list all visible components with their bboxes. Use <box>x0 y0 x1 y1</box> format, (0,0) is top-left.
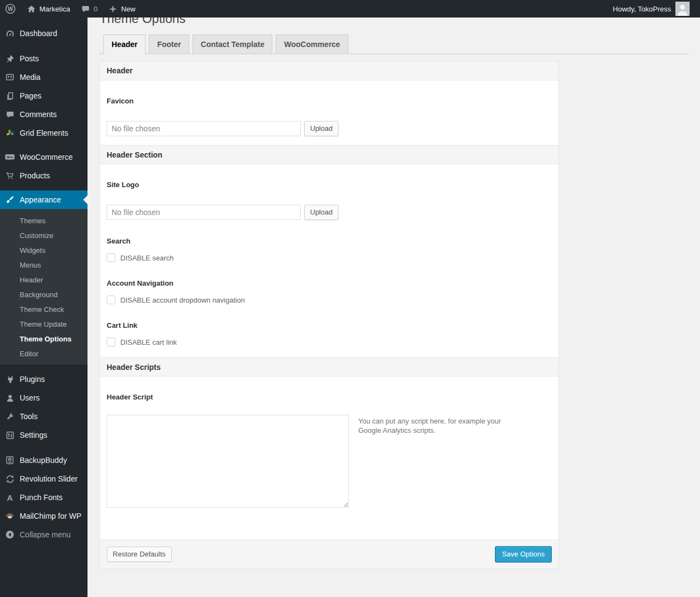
tab-footer[interactable]: Footer <box>149 34 189 54</box>
header-script-help-text: You can put any script here, for example… <box>358 416 525 508</box>
section-header-header: Header <box>100 61 558 80</box>
site-logo-upload-button[interactable]: Upload <box>304 205 339 220</box>
sidebar-item-grid-elements[interactable]: Grid Elements <box>0 124 88 142</box>
section-body-header-section: Site Logo Upload Search DISABLE search A… <box>100 164 558 357</box>
tab-bar: HeaderFooterContact TemplateWooCommerce <box>98 34 689 54</box>
cart-icon <box>4 170 15 181</box>
sidebar-label: WooCommerce <box>20 153 73 161</box>
media-icon <box>4 72 15 83</box>
tab-contact-template[interactable]: Contact Template <box>192 34 272 54</box>
sidebar-label: Punch Fonts <box>20 493 63 502</box>
site-name-link[interactable]: Marketica <box>21 0 75 18</box>
section-body-header: Favicon Upload <box>100 80 558 145</box>
sidebar-item-woocommerce[interactable]: Woo WooCommerce <box>0 148 88 166</box>
disable-search-checkbox[interactable] <box>107 253 115 262</box>
monkey-icon <box>4 511 15 521</box>
sidebar-item-products[interactable]: Products <box>0 166 88 185</box>
section-body-header-scripts: Header Script You can put any script her… <box>100 376 558 540</box>
sidebar-label: Comments <box>20 110 57 119</box>
cart-link-label: Cart Link <box>107 321 552 330</box>
submenu-item-editor[interactable]: Editor <box>0 346 88 361</box>
sidebar-item-comments[interactable]: Comments <box>0 105 88 124</box>
menu-separator <box>0 142 88 148</box>
restore-defaults-button[interactable]: Restore Defaults <box>107 547 172 562</box>
pages-icon <box>4 90 15 101</box>
sidebar-label: Grid Elements <box>20 129 68 137</box>
submenu-item-theme-update[interactable]: Theme Update <box>0 317 88 332</box>
account-navigation-label: Account Navigation <box>107 279 552 288</box>
sidebar-item-plugins[interactable]: Plugins <box>0 370 88 389</box>
search-label: Search <box>107 237 552 246</box>
new-content-button[interactable]: New <box>103 0 141 18</box>
sidebar-item-appearance[interactable]: Appearance <box>0 190 88 209</box>
sidebar-item-collapse-menu[interactable]: Collapse menu <box>0 525 88 544</box>
submenu-item-widgets[interactable]: Widgets <box>0 243 88 258</box>
admin-sidebar: Dashboard Posts Media Pages <box>0 18 88 597</box>
home-icon <box>26 3 37 14</box>
sidebar-item-media[interactable]: Media <box>0 68 88 86</box>
sidebar-label: Settings <box>20 431 48 439</box>
account-menu[interactable]: Howdy, TokoPress <box>608 0 700 18</box>
site-logo-label: Site Logo <box>107 181 552 189</box>
sidebar-label: Media <box>20 73 40 82</box>
favicon-upload-button[interactable]: Upload <box>304 121 339 136</box>
sidebar-label: BackupBuddy <box>20 456 67 465</box>
settings-sliders-icon <box>4 430 15 440</box>
pushpin-icon <box>4 53 15 64</box>
wp-logo-button[interactable]: W <box>0 0 21 18</box>
plus-icon <box>108 3 119 14</box>
letter-a-icon: A <box>4 492 15 503</box>
save-options-button[interactable]: Save Options <box>495 546 552 563</box>
svg-text:W: W <box>8 6 13 12</box>
site-name-label: Marketica <box>39 5 70 13</box>
comments-link[interactable]: 0 <box>75 0 102 18</box>
howdy-label: Howdy, TokoPress <box>613 5 671 13</box>
sidebar-item-dashboard[interactable]: Dashboard <box>0 24 88 43</box>
sidebar-label: Products <box>20 171 50 180</box>
header-script-label: Header Script <box>107 393 552 402</box>
avatar <box>675 2 690 16</box>
disable-account-nav-checkbox-label[interactable]: DISABLE account dropdown navigation <box>120 296 245 304</box>
backup-icon <box>4 455 15 466</box>
sidebar-item-revolution-slider[interactable]: Revolution Slider <box>0 470 88 488</box>
disable-account-nav-checkbox[interactable] <box>107 295 115 304</box>
disable-search-checkbox-label[interactable]: DISABLE search <box>120 254 174 262</box>
sidebar-item-posts[interactable]: Posts <box>0 49 88 68</box>
tab-header[interactable]: Header <box>103 34 145 54</box>
menu-separator <box>0 185 88 190</box>
comment-bubble-icon <box>80 3 91 14</box>
menu-separator <box>0 444 88 451</box>
favicon-label: Favicon <box>107 97 552 106</box>
disable-cart-link-checkbox[interactable] <box>107 338 115 346</box>
sidebar-item-pages[interactable]: Pages <box>0 86 88 105</box>
sidebar-item-backupbuddy[interactable]: BackupBuddy <box>0 451 88 470</box>
disable-cart-link-checkbox-label[interactable]: DISABLE cart link <box>120 338 177 346</box>
woocommerce-icon: Woo <box>4 152 15 163</box>
submenu-item-header[interactable]: Header <box>0 273 88 287</box>
submenu-item-menus[interactable]: Menus <box>0 258 88 273</box>
brush-icon <box>4 194 15 205</box>
sidebar-item-settings[interactable]: Settings <box>0 426 88 444</box>
submenu-item-background[interactable]: Background <box>0 287 88 302</box>
sidebar-item-mailchimp[interactable]: MailChimp for WP <box>0 507 88 525</box>
sidebar-label: Users <box>20 393 40 402</box>
sidebar-label: Appearance <box>20 195 61 204</box>
submenu-item-themes[interactable]: Themes <box>0 213 88 228</box>
sidebar-label: Plugins <box>20 375 45 384</box>
comment-count: 0 <box>94 5 97 13</box>
sidebar-item-punch-fonts[interactable]: A Punch Fonts <box>0 488 88 507</box>
menu-separator <box>0 43 88 49</box>
sidebar-item-tools[interactable]: Tools <box>0 407 88 426</box>
dashboard-icon <box>4 28 15 39</box>
tab-woocommerce[interactable]: WooCommerce <box>276 34 348 54</box>
submenu-item-theme-options[interactable]: Theme Options <box>0 332 88 346</box>
wordpress-logo-icon: W <box>5 3 16 14</box>
sidebar-item-users[interactable]: Users <box>0 389 88 407</box>
header-script-textarea[interactable] <box>107 415 349 508</box>
submenu-item-theme-check[interactable]: Theme Check <box>0 302 88 317</box>
site-logo-file-input[interactable] <box>107 205 301 220</box>
submenu-item-customize[interactable]: Customize <box>0 228 88 243</box>
refresh-arrows-icon <box>4 473 15 484</box>
plug-icon <box>4 374 15 385</box>
favicon-file-input[interactable] <box>107 121 301 136</box>
